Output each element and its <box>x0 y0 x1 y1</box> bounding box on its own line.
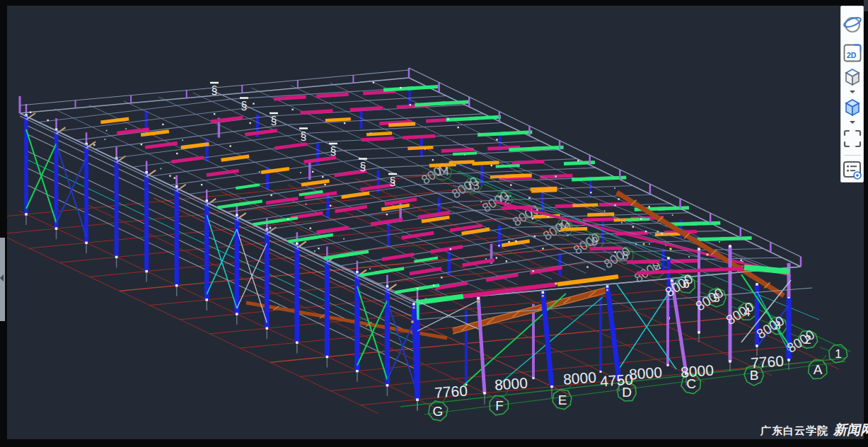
node-dot <box>510 184 511 185</box>
orbit-icon <box>842 13 863 35</box>
node-dot <box>483 392 486 395</box>
node-dot <box>417 288 418 289</box>
cyan-node <box>424 149 426 150</box>
ridge-clamp-symbol: § <box>210 83 219 96</box>
view-cube-wireframe-button[interactable] <box>841 64 863 88</box>
yellow-node <box>670 248 672 250</box>
roof-purlin <box>114 133 306 158</box>
collapsed-side-panel-tab[interactable] <box>0 238 5 321</box>
axis-letter: F <box>495 398 504 413</box>
cyan-node <box>370 132 371 134</box>
node-dot <box>356 271 359 274</box>
cyan-node <box>343 238 345 240</box>
node-dot <box>787 359 790 361</box>
node-dot <box>698 331 700 334</box>
scrollbar-stub <box>864 0 868 11</box>
roof-bar <box>382 255 414 260</box>
node-dot <box>249 122 250 124</box>
right-wall-girt <box>453 207 791 276</box>
axis-letter: A <box>814 362 823 377</box>
node-dot <box>577 160 579 161</box>
roof-bar <box>439 102 470 104</box>
node-dot <box>555 175 556 177</box>
node-dot <box>296 243 299 245</box>
model-viewport[interactable]: 7891011121314800080008000800080008000800… <box>7 6 864 439</box>
wall-brace <box>57 144 87 237</box>
navigation-toolbar: 2D <box>840 6 864 182</box>
roof-bar <box>472 163 499 164</box>
node-dot <box>412 303 415 306</box>
roof-bar <box>429 164 456 166</box>
node-dot <box>410 104 411 105</box>
node-dot <box>614 251 615 252</box>
clamp-glyph: § <box>271 115 277 127</box>
node-dot <box>528 197 530 199</box>
cyan-node <box>104 139 105 140</box>
ground-grid-line <box>270 317 744 363</box>
roof-purlin <box>151 151 344 176</box>
svg-text:2D: 2D <box>847 51 857 59</box>
visual-styles-icon <box>842 159 863 180</box>
node-dot <box>253 103 254 104</box>
node-dot <box>618 198 619 199</box>
node-dot <box>25 213 28 216</box>
roof-bar <box>371 219 403 224</box>
roof-bar <box>236 185 260 188</box>
roof-bar <box>470 117 501 118</box>
roof-bar <box>402 233 434 238</box>
navigation-orbit-button[interactable] <box>841 6 863 42</box>
watermark-site: 新闻网 <box>833 422 868 437</box>
tan-plate <box>413 307 415 309</box>
wall-brace <box>26 129 57 223</box>
zoom-extents-button[interactable] <box>841 126 863 151</box>
node-dot <box>496 257 497 258</box>
node-dot <box>729 360 731 363</box>
node-dot <box>214 113 215 115</box>
roof-bar <box>274 97 306 99</box>
cube-dropdown-caret-icon[interactable] <box>850 91 855 93</box>
node-dot <box>640 218 642 219</box>
cyan-node <box>300 172 301 173</box>
clamp-glyph: § <box>390 175 396 187</box>
node-dot <box>542 248 543 249</box>
watermark-org: 广东白云学院 <box>760 424 828 436</box>
yellow-node <box>643 243 645 245</box>
clamp-glyph: § <box>212 84 218 96</box>
roof-bar <box>407 147 433 149</box>
node-dot <box>550 385 553 388</box>
node-dot <box>586 266 588 267</box>
cube-wireframe-icon <box>842 66 863 88</box>
roof-bar <box>668 261 700 262</box>
2d-wireframe-icon: 2D <box>843 43 862 63</box>
node-dot <box>756 283 758 286</box>
roof-bar <box>441 149 474 151</box>
node-dot <box>176 153 178 154</box>
cyan-node <box>161 168 162 170</box>
node-dot <box>458 127 459 128</box>
cyan-node <box>604 210 606 211</box>
node-dot <box>322 176 323 178</box>
node-dot <box>590 192 591 193</box>
roof-bar <box>572 205 598 206</box>
view-2d-wireframe-button[interactable]: 2D <box>841 42 863 65</box>
ridge-clamp-symbol: § <box>359 159 367 173</box>
node-dot <box>416 398 419 401</box>
roof-bar <box>301 111 333 113</box>
cyan-node <box>306 204 307 205</box>
roof-bar <box>595 178 626 179</box>
cyan-node <box>509 195 511 197</box>
bubble-leader <box>820 347 829 351</box>
shaded-dropdown-caret-icon[interactable] <box>850 121 855 124</box>
front-gable-frame <box>411 267 812 411</box>
node-dot <box>174 177 175 178</box>
node-dot <box>291 109 293 110</box>
roof-bar <box>388 124 415 125</box>
cyan-node <box>369 268 371 269</box>
roof-bar <box>410 269 441 274</box>
view-cube-shaded-button[interactable] <box>841 95 863 120</box>
front-bay-dimension: 8000 <box>680 361 714 380</box>
front-bay-dimension: 7760 <box>750 352 784 371</box>
roof-bar <box>403 136 435 137</box>
node-dot <box>533 377 535 379</box>
visual-styles-button[interactable] <box>841 158 863 182</box>
